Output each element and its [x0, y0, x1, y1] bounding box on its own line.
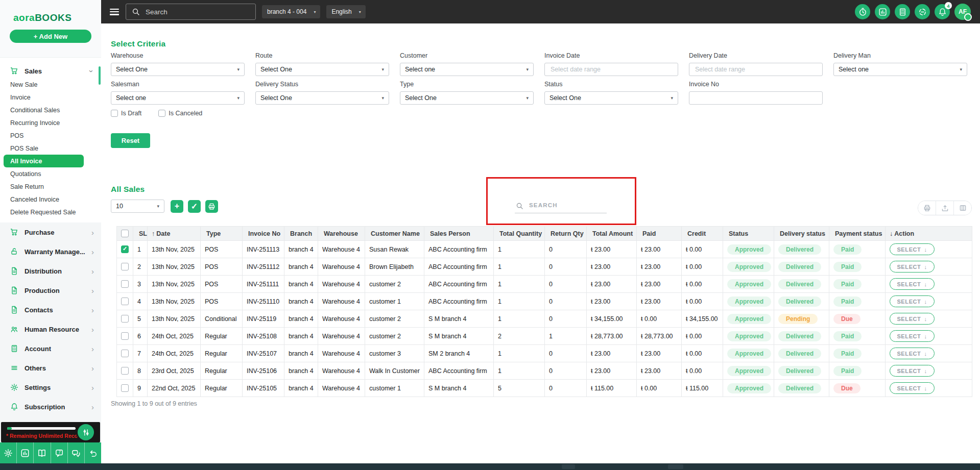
row-checkbox[interactable] [121, 280, 129, 288]
column-header[interactable]: Type [201, 227, 243, 241]
sidebar-section[interactable]: Account › [0, 339, 101, 358]
column-header[interactable]: ↓Action [886, 227, 972, 241]
print-table-button[interactable] [918, 201, 936, 215]
column-header[interactable]: Credit [682, 227, 723, 241]
sidebar-item[interactable]: Conditional Sales [0, 104, 101, 116]
quickbar-button[interactable] [68, 442, 85, 463]
sidebar-item[interactable]: New Sale [0, 78, 101, 91]
filter-field[interactable]: ▾ [689, 63, 823, 76]
row-action-button[interactable]: SELECT↓ [890, 278, 935, 290]
column-header[interactable]: Branch [284, 227, 318, 241]
global-search-input[interactable] [145, 8, 255, 16]
column-header[interactable]: Sales Person [424, 227, 494, 241]
row-checkbox[interactable] [121, 350, 129, 357]
row-checkbox[interactable] [121, 332, 129, 340]
filter-field[interactable]: Select One ▾ [255, 63, 389, 76]
row-action-button[interactable]: SELECT↓ [890, 295, 935, 307]
quickbar-button[interactable] [85, 442, 101, 463]
checkbox[interactable] [111, 110, 118, 117]
branch-select[interactable]: branch 4 - 004 ▾ [262, 5, 320, 18]
row-checkbox[interactable] [121, 298, 129, 305]
filter-input[interactable] [694, 94, 818, 102]
sidebar-item[interactable]: POS Sale [0, 142, 101, 155]
sidebar-item[interactable]: Quotations [0, 167, 101, 180]
approve-button[interactable]: ✓ [188, 200, 201, 213]
column-header[interactable]: Status [723, 227, 774, 241]
criteria-checkbox[interactable]: Is Draft [111, 110, 141, 117]
column-header[interactable]: Payment status [829, 227, 886, 241]
row-checkbox[interactable] [121, 367, 129, 375]
row-checkbox[interactable] [121, 263, 129, 270]
sidebar-section[interactable]: Purchase › [0, 222, 101, 242]
checkbox[interactable] [158, 110, 165, 117]
sidebar-section[interactable]: Distribution › [0, 261, 101, 281]
row-checkbox[interactable] [121, 245, 129, 253]
column-header[interactable]: Total Amount [587, 227, 637, 241]
print-button[interactable] [205, 200, 218, 213]
filter-field[interactable]: ▾ [689, 91, 823, 105]
filter-field[interactable]: Select One ▾ [111, 63, 245, 76]
sidebar-item[interactable]: All Invoice [4, 155, 84, 167]
taskbar-item[interactable] [562, 464, 575, 469]
sidebar-item[interactable]: Recurring Invoice [0, 116, 101, 129]
filter-input[interactable] [549, 65, 673, 73]
menu-icon[interactable] [110, 9, 119, 15]
filter-field[interactable]: Select one ▾ [833, 63, 967, 76]
sidebar-item[interactable]: Delete Requested Sale [0, 206, 101, 218]
row-action-button[interactable]: SELECT↓ [890, 261, 935, 273]
row-action-button[interactable]: SELECT↓ [890, 313, 935, 325]
filter-field[interactable]: Select one ▾ [400, 63, 534, 76]
column-header[interactable]: Paid [637, 227, 682, 241]
column-header[interactable]: ↑Date [148, 227, 201, 241]
notifications-button[interactable]: 4 [935, 4, 950, 19]
row-action-button[interactable]: SELECT↓ [890, 243, 935, 255]
language-select[interactable]: English ▾ [326, 5, 365, 18]
quickbar-button[interactable] [0, 442, 17, 463]
topbar-icon-button[interactable] [895, 4, 910, 19]
row-action-button[interactable]: SELECT↓ [890, 330, 935, 342]
sidebar-scrollbar[interactable] [99, 66, 101, 85]
sidebar-section-sales[interactable]: Sales › [0, 64, 101, 78]
sidebar-section[interactable]: Production › [0, 281, 101, 300]
column-header[interactable]: Invoice No [243, 227, 284, 241]
quickbar-button[interactable] [51, 442, 68, 463]
quickbar-button[interactable] [34, 442, 51, 463]
topbar-icon-button[interactable] [915, 4, 930, 19]
select-all-header[interactable] [117, 227, 133, 241]
row-checkbox[interactable] [121, 384, 129, 392]
preferences-button[interactable] [78, 424, 94, 440]
sidebar-item[interactable]: POS [0, 129, 101, 142]
quickbar-button[interactable] [17, 442, 34, 463]
column-header[interactable]: Return Qty [545, 227, 587, 241]
topbar-icon-button[interactable] [855, 4, 870, 19]
filter-field[interactable]: Select One ▾ [255, 91, 389, 105]
filter-field[interactable]: Select One ▾ [544, 91, 678, 105]
sidebar-item[interactable]: Sale Return [0, 180, 101, 193]
row-action-button[interactable]: SELECT↓ [890, 365, 935, 377]
add-sale-button[interactable]: + [171, 200, 183, 213]
taskbar-item[interactable] [668, 464, 683, 469]
sidebar-item[interactable]: Canceled Invoice [0, 193, 101, 206]
topbar-icon-button[interactable] [875, 4, 890, 19]
export-button[interactable] [936, 201, 954, 215]
row-action-button[interactable]: SELECT↓ [890, 348, 935, 359]
page-size-select[interactable]: 10 ▾ [111, 200, 164, 213]
filter-field[interactable]: Select one ▾ [111, 91, 245, 105]
sidebar-section[interactable]: Subscription › [0, 397, 101, 416]
column-header[interactable]: Total Quantity [494, 227, 545, 241]
filter-input[interactable] [694, 65, 818, 73]
criteria-checkbox[interactable]: Is Canceled [158, 110, 202, 117]
filter-field[interactable]: Select One ▾ [400, 91, 534, 105]
column-header[interactable]: Customer Name [365, 227, 424, 241]
sidebar-section[interactable]: Settings › [0, 378, 101, 397]
select-all-checkbox[interactable] [121, 230, 129, 237]
avatar[interactable]: AF [954, 4, 971, 20]
row-action-button[interactable]: SELECT↓ [890, 382, 935, 394]
reset-button[interactable]: Reset [111, 133, 150, 148]
filter-field[interactable]: ▾ [544, 63, 678, 76]
add-new-button[interactable]: + Add New [10, 30, 91, 43]
sidebar-section[interactable]: Contacts › [0, 300, 101, 319]
table-search-input[interactable] [527, 200, 609, 213]
column-header[interactable]: Warehouse [318, 227, 365, 241]
sidebar-section[interactable]: Others › [0, 358, 101, 378]
